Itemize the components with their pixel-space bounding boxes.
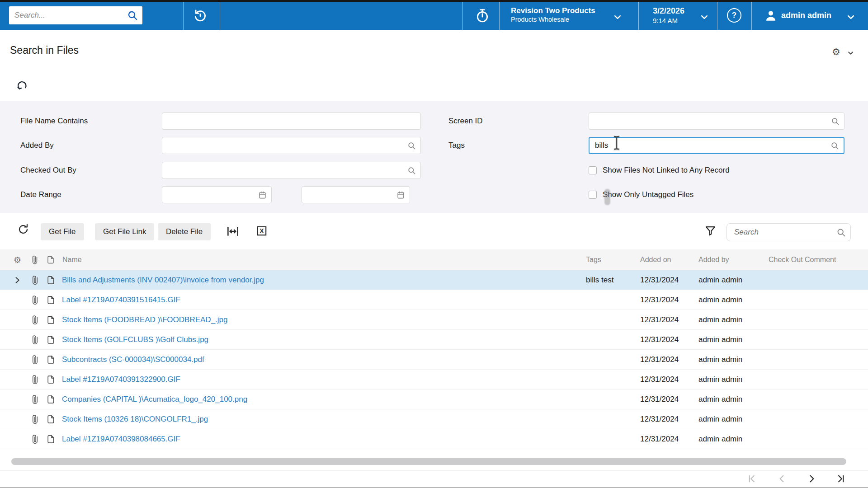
table-row[interactable]: Stock Items (10326 18)\CONGOLFR1_.jpg 12… [0,409,868,429]
stopwatch-icon[interactable] [475,8,490,23]
column-header-tags[interactable]: Tags [586,256,601,264]
column-header-check-out-comment[interactable]: Check Out Comment [769,256,836,264]
table-row[interactable]: Label #1Z19A0740391322900.GIF 12/31/2024… [0,370,868,389]
cell-added-by: admin admin [698,296,742,305]
file-name-link[interactable]: Label #1Z19A0740391516415.GIF [62,296,180,305]
table-row[interactable]: Companies (CAPITAL )\Acumatica_logo_420_… [0,389,868,409]
added-by-field[interactable] [162,137,421,154]
topbar-divider [499,2,500,30]
search-in-files-screen: Revision Two Products Products Wholesale… [0,0,868,488]
table-row[interactable]: Label #1Z19A0740391516415.GIF 12/31/2024… [0,290,868,310]
table-row[interactable]: Bills and Adjustments (INV 002407)\invoi… [0,270,868,290]
global-search-box[interactable] [9,6,142,24]
user-menu[interactable]: admin admin [781,11,831,20]
calendar-icon[interactable] [258,191,267,199]
file-name-link[interactable]: Subcontracts (SC-000034)\SC000034.pdf [62,355,204,364]
file-name-link[interactable]: Label #1Z19A0740391322900.GIF [62,375,180,384]
search-icon[interactable] [836,228,846,237]
fit-width-icon[interactable] [226,225,240,238]
screen-id-input[interactable] [589,117,831,126]
delete-file-button[interactable]: Delete File [158,223,211,240]
undo-icon[interactable] [16,80,29,92]
next-page-icon[interactable] [807,474,817,484]
screen-id-field[interactable] [589,113,844,130]
lookup-icon[interactable] [407,141,416,150]
date-from-field[interactable] [162,186,272,203]
file-icon [47,276,55,284]
paperclip-icon[interactable] [31,276,39,284]
chevron-down-icon[interactable] [847,50,854,56]
cell-added-on: 12/31/2024 [640,315,679,324]
grid-search-input[interactable] [733,227,836,237]
refresh-icon[interactable] [17,223,29,235]
file-name-link[interactable]: Label #1Z19A0740398084665.GIF [62,435,180,444]
file-table-body: Bills and Adjustments (INV 002407)\invoi… [0,270,868,449]
topbar: Revision Two Products Products Wholesale… [0,2,868,30]
file-name-link[interactable]: Companies (CAPITAL )\Acumatica_logo_420_… [62,395,247,404]
history-icon[interactable] [193,8,208,23]
checked-out-by-field[interactable] [162,162,421,179]
table-row[interactable]: Stock Items (GOLFCLUBS )\Golf Clubs.jpg … [0,330,868,350]
paperclip-icon[interactable] [31,335,39,344]
filter-funnel-icon[interactable] [704,225,717,237]
grid-search-box[interactable] [726,223,851,241]
file-name-link[interactable]: Stock Items (FOODBREAD )\FOODBREAD_.jpg [62,315,228,324]
paperclip-icon[interactable] [31,355,39,364]
added-by-input[interactable] [162,141,407,150]
chevron-down-icon[interactable] [700,13,709,22]
table-row[interactable]: Label #1Z19A0740398084665.GIF 12/31/2024… [0,429,868,449]
date-to-input[interactable] [302,190,396,199]
paperclip-icon[interactable] [31,415,39,423]
table-row[interactable]: Subcontracts (SC-000034)\SC000034.pdf 12… [0,350,868,370]
first-page-icon[interactable] [747,474,757,484]
paperclip-icon[interactable] [31,395,39,404]
file-name-contains-input[interactable] [162,117,420,126]
search-icon[interactable] [127,10,138,21]
lookup-icon[interactable] [830,141,839,150]
date-from-input[interactable] [162,190,258,199]
lookup-icon[interactable] [407,166,416,175]
checkbox-unchecked[interactable] [589,166,597,174]
user-icon[interactable] [764,9,778,23]
global-search-input[interactable] [14,10,127,20]
column-header-added-by[interactable]: Added by [698,256,729,264]
chevron-down-icon[interactable] [846,13,855,22]
screen-id-label: Screen ID [448,113,483,130]
file-name-link[interactable]: Stock Items (10326 18)\CONGOLFR1_.jpg [62,415,208,424]
horizontal-scrollbar[interactable] [11,458,846,465]
cell-added-on: 12/31/2024 [640,395,679,404]
screen-settings-gear-icon[interactable]: ⚙ [832,47,840,56]
date-to-field[interactable] [302,186,410,203]
paperclip-icon[interactable] [31,296,39,304]
checked-out-by-input[interactable] [162,166,407,175]
expand-icon[interactable] [13,276,22,285]
last-page-icon[interactable] [835,474,846,484]
get-file-link-button[interactable]: Get File Link [95,223,154,240]
paperclip-icon[interactable] [31,435,39,443]
export-excel-icon[interactable]: X [256,225,268,237]
company-selector[interactable]: Revision Two Products Products Wholesale [511,6,595,23]
file-icon [47,335,55,344]
column-settings-gear-icon[interactable]: ⚙ [14,256,21,264]
paperclip-icon[interactable] [31,315,39,324]
file-name-link[interactable]: Bills and Adjustments (INV 002407)\invoi… [62,276,264,285]
help-icon[interactable]: ? [727,8,741,23]
tags-input[interactable] [590,141,830,150]
column-header-added-on[interactable]: Added on [640,256,671,264]
get-file-button[interactable]: Get File [41,223,84,240]
lookup-icon[interactable] [831,117,840,126]
show-not-linked-checkbox-row[interactable]: Show Files Not Linked to Any Record [589,162,730,179]
column-header-name[interactable]: Name [62,256,82,264]
tags-field[interactable] [589,137,844,154]
business-date-selector[interactable]: 3/2/2026 9:14 AM [653,6,684,25]
file-name-contains-field[interactable] [162,113,421,130]
paperclip-icon[interactable] [31,375,39,384]
topbar-divider [638,2,639,30]
chevron-down-icon[interactable] [613,13,622,22]
file-name-link[interactable]: Stock Items (GOLFCLUBS )\Golf Clubs.jpg [62,335,208,344]
calendar-icon[interactable] [396,191,405,199]
cell-added-by: admin admin [698,335,742,344]
previous-page-icon[interactable] [777,474,787,484]
checkbox-unchecked[interactable] [589,191,597,199]
table-row[interactable]: Stock Items (FOODBREAD )\FOODBREAD_.jpg … [0,310,868,330]
